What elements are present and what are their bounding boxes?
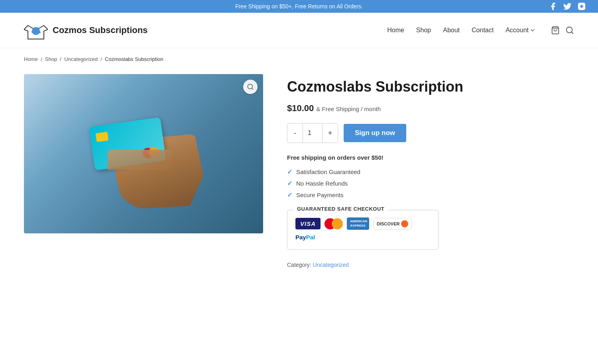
benefit-item-3: ✓ Secure Payments: [287, 191, 534, 199]
quantity-control: - +: [287, 123, 338, 143]
header: Cozmos Subscriptions Home Shop About Con…: [0, 13, 598, 48]
free-shipping-note: Free shipping on orders over $50!: [287, 154, 534, 161]
card-scene: [24, 74, 263, 233]
main-nav: Home Shop About Contact Account: [387, 26, 574, 35]
breadcrumb: Home / Shop / Uncategorized / Cozmoslabs…: [0, 48, 598, 66]
payment-logos: VISA AMERICANEXPRESS DISCOVER PayPal: [295, 217, 430, 241]
amex-logo: AMERICANEXPRESS: [347, 217, 369, 230]
twitter-icon[interactable]: [563, 2, 572, 11]
discover-circle: [401, 220, 408, 227]
breadcrumb-home[interactable]: Home: [24, 56, 38, 62]
banner-text: Free Shipping on $50+, Free Returns on A…: [235, 3, 363, 10]
product-image: [24, 74, 263, 233]
check-icon-1: ✓: [287, 168, 292, 176]
breadcrumb-shop[interactable]: Shop: [45, 56, 57, 62]
benefit-item-1: ✓ Satisfaction Guaranteed: [287, 168, 534, 176]
benefit-item-2: ✓ No Hassle Refunds: [287, 180, 534, 187]
benefit-label-2: No Hassle Refunds: [296, 180, 348, 187]
quantity-input[interactable]: [303, 123, 323, 143]
breadcrumb-uncategorized[interactable]: Uncategorized: [64, 56, 98, 62]
paypal-logo: PayPal: [295, 234, 315, 241]
safe-checkout-label: GUARANTEED SAFE CHECKOUT: [294, 206, 388, 212]
quantity-increase-button[interactable]: +: [323, 123, 338, 143]
nav-shop[interactable]: Shop: [416, 27, 431, 34]
svg-point-7: [37, 31, 41, 33]
signup-button[interactable]: Sign up now: [344, 124, 406, 142]
add-to-cart-row: - + Sign up now: [287, 123, 534, 143]
benefit-label-3: Secure Payments: [296, 192, 343, 198]
instagram-icon[interactable]: [577, 2, 586, 11]
top-banner: Free Shipping on $50+, Free Returns on A…: [0, 0, 598, 13]
safe-checkout-box: GUARANTEED SAFE CHECKOUT VISA AMERICANEX…: [287, 210, 439, 250]
search-icon[interactable]: [565, 26, 574, 35]
product-area: Cozmoslabs Subscription $10.00 & Free Sh…: [0, 66, 558, 292]
breadcrumb-current: Cozmoslabs Subscription: [105, 56, 163, 62]
check-icon-2: ✓: [287, 180, 292, 187]
product-image-wrap: [24, 74, 263, 268]
svg-line-10: [571, 32, 573, 33]
mc-circle-orange: [332, 218, 343, 229]
nav-icon-group: [551, 26, 574, 35]
price-meta: & Free Shipping / month: [316, 106, 381, 112]
nav-home[interactable]: Home: [387, 27, 404, 34]
svg-line-12: [252, 88, 253, 89]
nav-about[interactable]: About: [443, 27, 460, 34]
chevron-down-icon: [530, 28, 535, 33]
facebook-icon[interactable]: [549, 2, 557, 11]
category-line: Category: Uncategorized: [287, 262, 534, 268]
nav-account[interactable]: Account: [506, 27, 535, 34]
quantity-decrease-button[interactable]: -: [287, 123, 303, 143]
fingers: [108, 150, 171, 170]
logo-link[interactable]: Cozmos Subscriptions: [24, 18, 148, 42]
svg-point-6: [31, 31, 34, 33]
logo-text: Cozmos Subscriptions: [53, 25, 148, 35]
discover-logo: DISCOVER: [373, 218, 412, 230]
social-icons: [549, 2, 586, 11]
nav-contact[interactable]: Contact: [472, 27, 494, 34]
category-label: Category:: [287, 262, 311, 268]
zoom-button[interactable]: [243, 80, 258, 94]
product-info: Cozmoslabs Subscription $10.00 & Free Sh…: [287, 74, 534, 268]
check-icon-3: ✓: [287, 191, 292, 199]
mastercard-logo: [325, 218, 343, 229]
cart-icon[interactable]: [551, 26, 560, 35]
logo-icon: [24, 18, 48, 42]
price-amount: $10.00: [287, 103, 314, 114]
visa-logo: VISA: [295, 218, 321, 229]
benefits-list: ✓ Satisfaction Guaranteed ✓ No Hassle Re…: [287, 168, 534, 199]
hand-card-illustration: [80, 98, 207, 209]
category-link[interactable]: Uncategorized: [313, 262, 349, 268]
product-title: Cozmoslabs Subscription: [287, 78, 534, 95]
product-price: $10.00 & Free Shipping / month: [287, 103, 534, 114]
benefit-label-1: Satisfaction Guaranteed: [296, 168, 360, 175]
